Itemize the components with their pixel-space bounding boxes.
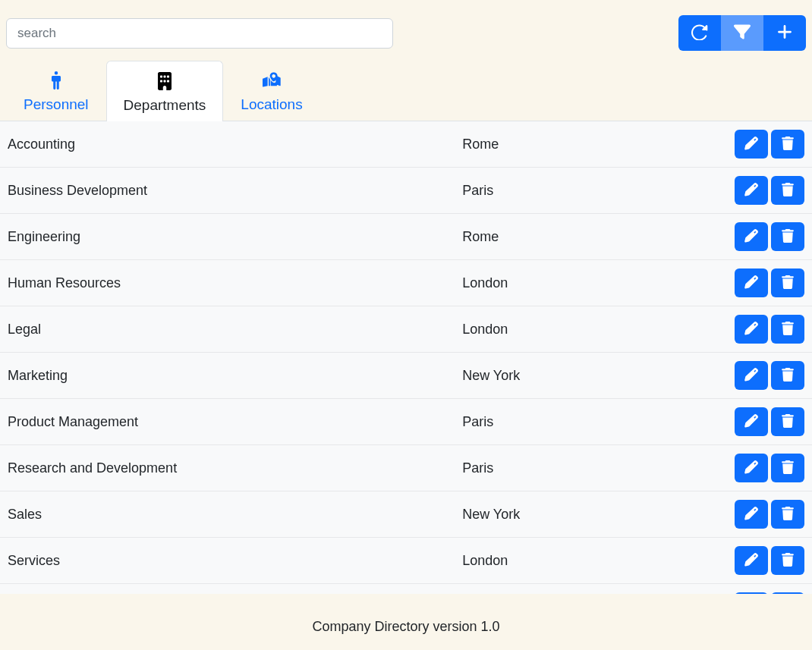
delete-button[interactable] bbox=[771, 222, 804, 251]
department-location: Rome bbox=[455, 121, 616, 168]
refresh-icon bbox=[691, 24, 708, 42]
row-actions bbox=[616, 353, 812, 399]
department-name: Engineering bbox=[0, 214, 455, 260]
edit-button[interactable] bbox=[735, 222, 768, 251]
refresh-button[interactable] bbox=[678, 15, 721, 51]
table-row: Human ResourcesLondon bbox=[0, 260, 812, 306]
tab-personnel[interactable]: Personnel bbox=[6, 60, 106, 121]
pencil-icon bbox=[744, 183, 758, 199]
department-name: Accounting bbox=[0, 121, 455, 168]
toolbar-button-group bbox=[678, 15, 806, 51]
table-row: Product ManagementParis bbox=[0, 399, 812, 445]
department-location: Munich bbox=[455, 584, 616, 595]
person-icon bbox=[47, 71, 65, 93]
search-input[interactable] bbox=[6, 18, 393, 49]
edit-button[interactable] bbox=[735, 176, 768, 205]
department-name: Marketing bbox=[0, 353, 455, 399]
pencil-icon bbox=[744, 553, 758, 569]
department-name: Business Development bbox=[0, 168, 455, 214]
table-row: Research and DevelopmentParis bbox=[0, 445, 812, 491]
department-name: Product Management bbox=[0, 399, 455, 445]
tab-departments[interactable]: Departments bbox=[106, 61, 224, 121]
department-location: London bbox=[455, 306, 616, 353]
pencil-icon bbox=[744, 368, 758, 384]
delete-button[interactable] bbox=[771, 592, 804, 594]
edit-button[interactable] bbox=[735, 268, 768, 297]
pencil-icon bbox=[744, 137, 758, 152]
delete-button[interactable] bbox=[771, 361, 804, 390]
pencil-icon bbox=[744, 229, 758, 245]
pencil-icon bbox=[744, 507, 758, 523]
table-row: ServicesLondon bbox=[0, 538, 812, 584]
department-location: Paris bbox=[455, 445, 616, 491]
tab-departments-label: Departments bbox=[124, 97, 206, 114]
department-location: Paris bbox=[455, 168, 616, 214]
delete-button[interactable] bbox=[771, 546, 804, 575]
delete-button[interactable] bbox=[771, 407, 804, 436]
edit-button[interactable] bbox=[735, 592, 768, 594]
table-row: AccountingRome bbox=[0, 121, 812, 168]
tab-locations[interactable]: Locations bbox=[223, 60, 319, 121]
footer-text: Company Directory version 1.0 bbox=[312, 619, 499, 635]
department-name: Legal bbox=[0, 306, 455, 353]
table-row: LegalLondon bbox=[0, 306, 812, 353]
table-row: SupportMunich bbox=[0, 584, 812, 595]
trash-icon bbox=[781, 460, 795, 476]
edit-button[interactable] bbox=[735, 500, 768, 529]
row-actions bbox=[616, 260, 812, 306]
tab-locations-label: Locations bbox=[241, 96, 302, 113]
row-actions bbox=[616, 584, 812, 595]
filter-button[interactable] bbox=[721, 15, 763, 51]
row-actions bbox=[616, 445, 812, 491]
department-name: Support bbox=[0, 584, 455, 595]
row-actions bbox=[616, 538, 812, 584]
plus-icon bbox=[776, 24, 793, 42]
trash-icon bbox=[781, 553, 795, 569]
map-pin-icon bbox=[263, 71, 281, 93]
row-actions bbox=[616, 168, 812, 214]
trash-icon bbox=[781, 507, 795, 523]
delete-button[interactable] bbox=[771, 268, 804, 297]
department-location: London bbox=[455, 260, 616, 306]
row-actions bbox=[616, 214, 812, 260]
department-location: New York bbox=[455, 353, 616, 399]
department-name: Services bbox=[0, 538, 455, 584]
trash-icon bbox=[781, 229, 795, 245]
delete-button[interactable] bbox=[771, 315, 804, 344]
trash-icon bbox=[781, 137, 795, 152]
department-name: Sales bbox=[0, 491, 455, 538]
edit-button[interactable] bbox=[735, 407, 768, 436]
department-location: New York bbox=[455, 491, 616, 538]
table-row: Business DevelopmentParis bbox=[0, 168, 812, 214]
edit-button[interactable] bbox=[735, 546, 768, 575]
table-row: SalesNew York bbox=[0, 491, 812, 538]
pencil-icon bbox=[744, 275, 758, 291]
pencil-icon bbox=[744, 460, 758, 476]
trash-icon bbox=[781, 414, 795, 430]
table-row: MarketingNew York bbox=[0, 353, 812, 399]
add-button[interactable] bbox=[763, 15, 806, 51]
delete-button[interactable] bbox=[771, 130, 804, 159]
tab-personnel-label: Personnel bbox=[24, 96, 89, 113]
table-row: EngineeringRome bbox=[0, 214, 812, 260]
delete-button[interactable] bbox=[771, 176, 804, 205]
department-location: Rome bbox=[455, 214, 616, 260]
delete-button[interactable] bbox=[771, 454, 804, 482]
row-actions bbox=[616, 491, 812, 538]
pencil-icon bbox=[744, 322, 758, 338]
edit-button[interactable] bbox=[735, 315, 768, 344]
row-actions bbox=[616, 399, 812, 445]
department-name: Human Resources bbox=[0, 260, 455, 306]
edit-button[interactable] bbox=[735, 454, 768, 482]
filter-icon bbox=[734, 24, 751, 42]
delete-button[interactable] bbox=[771, 500, 804, 529]
department-list[interactable]: AccountingRomeBusiness DevelopmentParisE… bbox=[0, 121, 812, 594]
pencil-icon bbox=[744, 414, 758, 430]
trash-icon bbox=[781, 368, 795, 384]
trash-icon bbox=[781, 183, 795, 199]
row-actions bbox=[616, 121, 812, 168]
department-location: Paris bbox=[455, 399, 616, 445]
edit-button[interactable] bbox=[735, 361, 768, 390]
edit-button[interactable] bbox=[735, 130, 768, 159]
tab-bar: Personnel Departments Locations bbox=[0, 60, 812, 121]
